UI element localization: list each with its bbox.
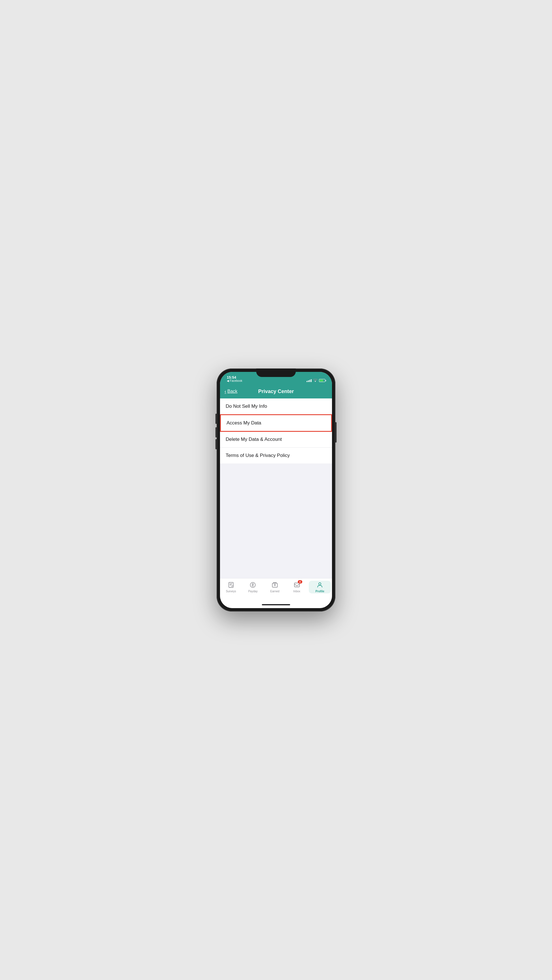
tab-bar: Surveys Payday xyxy=(220,578,332,601)
tab-profile[interactable]: Profile xyxy=(309,581,331,593)
inbox-badge: 4 xyxy=(298,580,302,584)
menu-item-label: Delete My Data & Account xyxy=(226,437,282,442)
status-carrier: ◀ Facebook xyxy=(227,379,242,383)
nav-header: ‹ Back Privacy Center xyxy=(220,384,332,398)
notch xyxy=(256,369,296,377)
svg-rect-4 xyxy=(294,583,300,587)
svg-point-5 xyxy=(319,583,321,585)
tab-label-inbox: Inbox xyxy=(293,590,300,593)
tab-label-earned: Earned xyxy=(270,590,279,593)
surveys-icon xyxy=(227,581,235,589)
back-button[interactable]: ‹ Back xyxy=(225,388,238,395)
status-left: 15:54 ◀ Facebook xyxy=(227,375,242,383)
menu-list: Do Not Sell My Info Access My Data Delet… xyxy=(220,398,332,463)
tab-label-payday: Payday xyxy=(248,590,258,593)
home-bar xyxy=(262,604,290,605)
menu-item-label: Do Not Sell My Info xyxy=(226,404,267,409)
svg-point-0 xyxy=(315,381,316,382)
tab-surveys[interactable]: Surveys xyxy=(220,581,242,593)
menu-item-terms[interactable]: Terms of Use & Privacy Policy xyxy=(220,448,332,463)
menu-item-delete-my-data[interactable]: Delete My Data & Account xyxy=(220,431,332,448)
tab-inbox[interactable]: 4 Inbox xyxy=(286,581,308,593)
phone-screen: 15:54 ◀ Facebook xyxy=(220,372,332,608)
earned-icon xyxy=(271,581,279,589)
home-indicator xyxy=(220,601,332,608)
back-chevron-icon: ‹ xyxy=(225,388,226,395)
page-title: Privacy Center xyxy=(258,388,294,395)
phone-frame: 15:54 ◀ Facebook xyxy=(217,369,335,611)
menu-item-access-my-data[interactable]: Access My Data xyxy=(220,414,332,432)
payday-icon xyxy=(249,581,257,589)
signal-icon xyxy=(306,379,312,382)
tab-earned[interactable]: Earned xyxy=(264,581,286,593)
battery-fill xyxy=(319,380,323,382)
tab-label-surveys: Surveys xyxy=(226,590,236,593)
menu-item-do-not-sell[interactable]: Do Not Sell My Info xyxy=(220,398,332,415)
tab-payday[interactable]: Payday xyxy=(242,581,264,593)
content-area: Do Not Sell My Info Access My Data Delet… xyxy=(220,398,332,578)
battery-icon xyxy=(319,379,325,382)
status-right xyxy=(306,379,325,383)
status-time: 15:54 xyxy=(227,375,236,379)
tab-label-profile: Profile xyxy=(316,590,324,593)
back-label: Back xyxy=(227,389,238,394)
menu-item-label: Terms of Use & Privacy Policy xyxy=(226,453,290,458)
inbox-icon: 4 xyxy=(293,581,301,589)
wifi-icon xyxy=(313,379,317,383)
profile-icon xyxy=(316,581,324,589)
menu-item-label: Access My Data xyxy=(227,420,261,426)
